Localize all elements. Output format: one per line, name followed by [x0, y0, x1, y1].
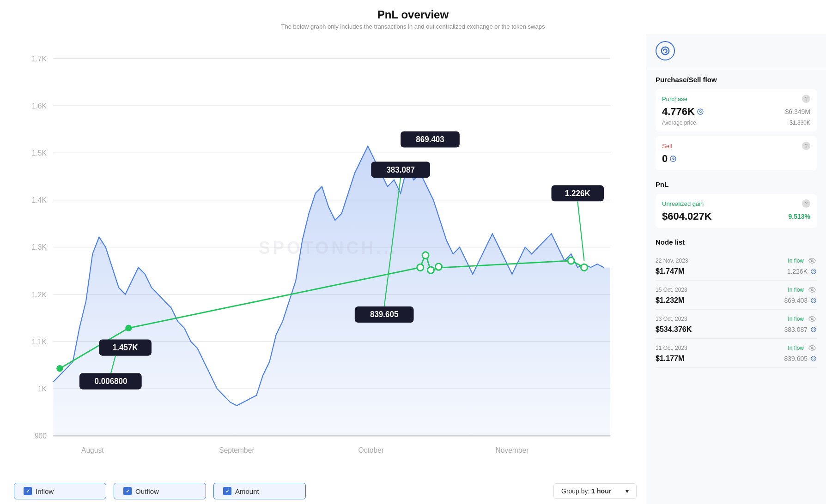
sell-card-header: Sell ? [662, 142, 810, 150]
chevron-down-icon: ▾ [626, 487, 629, 495]
eye-icon[interactable] [808, 285, 817, 294]
node-flow-type: In flow [788, 316, 804, 322]
svg-point-24 [56, 365, 63, 372]
svg-text:1.457K: 1.457K [113, 343, 138, 352]
node-token-amount: 1.226K [787, 268, 817, 275]
sidebar: Purchase/Sell flow Purchase ? 4.776K $ [646, 34, 826, 504]
svg-point-27 [422, 252, 429, 259]
node-token-icon [810, 297, 817, 304]
pnl-help-icon[interactable]: ? [802, 199, 810, 208]
outflow-label: Outflow [135, 487, 159, 495]
svg-point-48 [698, 109, 703, 114]
purchase-usd-amount: $6.349M [785, 108, 810, 115]
node-token-amount: 383.087 [784, 326, 817, 333]
svg-text:1.3K: 1.3K [32, 243, 47, 251]
pnl-section: PnL Unrealized gain ? $604.027K 9.513% [646, 175, 826, 233]
svg-text:1.4K: 1.4K [32, 196, 47, 204]
legend-item-outflow[interactable]: Outflow [114, 483, 206, 499]
sell-card: Sell ? 0 [656, 136, 817, 170]
node-list-section: Node list 22 Nov, 2023 In flow [646, 233, 826, 368]
eye-icon[interactable] [808, 256, 817, 265]
purchase-sell-section: Purchase/Sell flow Purchase ? 4.776K $ [646, 68, 826, 175]
sell-help-icon[interactable]: ? [802, 142, 810, 150]
node-amount: $1.177M [656, 354, 684, 363]
avg-price-value: $1.330K [790, 120, 810, 126]
node-amount: $1.747M [656, 267, 684, 276]
unrealized-label: Unrealized gain [662, 200, 704, 207]
pnl-section-title: PnL [656, 180, 817, 188]
group-by-value: 1 hour [591, 487, 611, 495]
page-subtitle: The below graph only includes the transa… [0, 23, 826, 30]
purchase-token-amount: 4.776K [662, 106, 704, 118]
svg-text:SPOTONCH...: SPOTONCH... [259, 238, 398, 258]
pnl-card: Unrealized gain ? $604.027K 9.513% [656, 194, 817, 228]
node-list-item: 13 Oct, 2023 In flow $534.376K 383.087 [656, 310, 817, 339]
svg-text:October: October [358, 446, 384, 454]
svg-text:1.6K: 1.6K [32, 102, 47, 110]
pnl-values: $604.027K 9.513% [662, 210, 810, 222]
eye-icon[interactable] [808, 314, 817, 324]
node-item-values: $534.376K 383.087 [656, 325, 817, 334]
sell-values: 0 [662, 153, 810, 165]
node-list-container: 22 Nov, 2023 In flow $1.747M 1.226K [656, 252, 817, 368]
node-item-header: 13 Oct, 2023 In flow [656, 314, 817, 324]
purchase-card-header: Purchase ? [662, 95, 810, 103]
node-item-values: $1.747M 1.226K [656, 267, 817, 276]
node-token-icon [810, 268, 817, 275]
eye-icon[interactable] [808, 343, 817, 353]
page-header: PnL overview The below graph only includ… [0, 0, 826, 34]
node-item-values: $1.232M 869.403 [656, 296, 817, 305]
svg-text:1.2K: 1.2K [32, 290, 47, 298]
svg-text:900: 900 [35, 432, 47, 440]
chart-legend: Inflow Outflow Amount Group by: 1 hour ▾ [14, 476, 637, 504]
inflow-checkbox[interactable] [24, 487, 32, 495]
group-by-button[interactable]: Group by: 1 hour ▾ [553, 483, 637, 499]
pnl-main-value: $604.027K [662, 210, 712, 222]
node-flow-type: In flow [788, 258, 804, 264]
outflow-checkbox[interactable] [123, 487, 132, 495]
page-title: PnL overview [0, 8, 826, 21]
svg-point-49 [670, 156, 676, 162]
svg-text:1.5K: 1.5K [32, 149, 47, 157]
node-date: 13 Oct, 2023 [656, 316, 687, 322]
node-date: 11 Oct, 2023 [656, 345, 687, 351]
legend-item-amount[interactable]: Amount [213, 483, 306, 499]
avg-price-label: Average price [662, 120, 696, 126]
node-item-values: $1.177M 839.605 [656, 354, 817, 363]
amount-checkbox[interactable] [223, 487, 231, 495]
svg-text:839.605: 839.605 [370, 310, 399, 319]
sell-token-amount: 0 [662, 153, 677, 165]
pnl-card-header: Unrealized gain ? [662, 199, 810, 208]
group-by-text: Group by: 1 hour [561, 487, 611, 495]
brand-logo [656, 41, 675, 60]
logo-icon [660, 46, 670, 56]
svg-text:1.226K: 1.226K [565, 188, 590, 198]
svg-point-55 [811, 298, 816, 303]
pnl-percentage: 9.513% [789, 213, 810, 220]
svg-text:August: August [81, 446, 104, 454]
node-list-item: 15 Oct, 2023 In flow $1.232M 869.403 [656, 281, 817, 310]
purchase-avg-price: Average price $1.330K [662, 120, 810, 126]
node-token-icon [810, 355, 817, 362]
group-by-prefix: Group by: [561, 487, 589, 495]
legend-item-inflow[interactable]: Inflow [14, 483, 106, 499]
node-token-amount: 869.403 [784, 297, 817, 304]
svg-point-26 [417, 264, 424, 271]
svg-text:September: September [219, 446, 255, 454]
svg-point-31 [581, 264, 587, 271]
svg-text:1.1K: 1.1K [32, 338, 47, 346]
purchase-help-icon[interactable]: ? [802, 95, 810, 103]
sell-token-icon [669, 155, 677, 162]
inflow-label: Inflow [36, 487, 54, 495]
node-date: 15 Oct, 2023 [656, 287, 687, 293]
chart-area: 1.7K 1.6K 1.5K 1.4K 1.3K 1.2K 1.1K 1K 90… [0, 34, 646, 504]
svg-point-52 [811, 269, 816, 274]
node-amount: $534.376K [656, 325, 692, 334]
svg-point-25 [125, 325, 132, 332]
node-item-header: 22 Nov, 2023 In flow [656, 256, 817, 265]
svg-text:869.403: 869.403 [416, 135, 444, 144]
sell-label: Sell [662, 143, 672, 150]
node-date: 22 Nov, 2023 [656, 258, 688, 264]
purchase-card: Purchase ? 4.776K $6.349M Average price [656, 89, 817, 132]
chart-svg: 1.7K 1.6K 1.5K 1.4K 1.3K 1.2K 1.1K 1K 90… [14, 38, 637, 476]
